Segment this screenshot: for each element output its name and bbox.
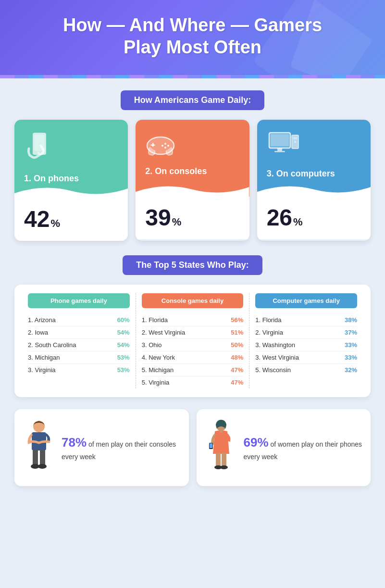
computer-card-bottom: 26 % (257, 197, 371, 239)
svg-rect-12 (277, 148, 282, 151)
table-row: 5. Wisconsin 32% (255, 364, 357, 376)
phone-card-top: 1. On phones (14, 120, 128, 198)
table-row: 3. Ohio 50% (142, 339, 244, 351)
section2-label: The Top 5 States Who Play: (123, 255, 262, 275)
phone-percent: 42 (24, 206, 50, 232)
phone-card: 1. On phones 42 % (14, 120, 128, 241)
console-card-bottom: 39 % (136, 197, 249, 239)
main-content: How Americans Game Daily: 1. On phones (0, 78, 385, 498)
gaming-cards-row: 1. On phones 42 % (14, 120, 371, 241)
phone-card-bottom: 42 % (14, 198, 128, 241)
table-row: 2. Virginia 37% (255, 326, 357, 339)
svg-point-16 (294, 141, 296, 143)
table-row: 1. Florida 38% (255, 314, 357, 326)
svg-point-6 (164, 143, 166, 145)
section1-label: How Americans Game Daily: (121, 90, 264, 110)
svg-rect-24 (220, 430, 223, 433)
phone-icon (24, 130, 53, 170)
states-table: Phone games daily 1. Arizona 60% 2. Iowa… (14, 285, 371, 397)
svg-rect-27 (216, 453, 221, 467)
console-icon (145, 130, 176, 163)
table-row: 1. Florida 56% (142, 314, 244, 326)
console-col-header: Console games daily (142, 293, 244, 308)
table-row: 4. New York 48% (142, 351, 244, 364)
svg-rect-19 (33, 450, 38, 466)
section1-label-container: How Americans Game Daily: (14, 90, 371, 110)
table-row: 2. South Carolina 54% (28, 339, 130, 351)
svg-point-7 (167, 145, 169, 147)
svg-point-9 (161, 145, 163, 147)
svg-rect-5 (151, 145, 155, 146)
women-percent: 69% (244, 435, 269, 450)
console-card-top: 2. On consoles (136, 120, 249, 197)
women-card: 69% of women play on their phones every … (197, 409, 371, 486)
svg-rect-20 (40, 450, 45, 466)
table-row: 3. West Virginia 33% (255, 351, 357, 364)
console-percent: 39 (145, 204, 171, 231)
table-row: 5. Michigan 47% (142, 364, 244, 376)
computer-percent-sym: % (293, 216, 303, 228)
console-column: Console games daily 1. Florida 56% 2. We… (136, 293, 250, 388)
states-grid: Phone games daily 1. Arizona 60% 2. Iowa… (22, 293, 363, 388)
svg-point-8 (164, 147, 166, 149)
table-row: 2. Iowa 54% (28, 326, 130, 339)
stripe-divider (0, 75, 385, 78)
phone-percent-sym: % (50, 217, 60, 230)
svg-rect-28 (222, 453, 226, 467)
men-card: 78% of men play on their consoles every … (14, 409, 189, 486)
computer-card-top: 3. On computers (257, 120, 371, 197)
svg-rect-15 (293, 137, 297, 139)
bottom-row: 78% of men play on their consoles every … (14, 409, 371, 486)
console-card: 2. On consoles 39 % (136, 120, 249, 241)
table-row: 5. Virginia 47% (142, 376, 244, 388)
svg-point-22 (38, 464, 47, 469)
computer-card-title: 3. On computers (267, 169, 335, 179)
man-figure (22, 418, 56, 477)
table-row: 3. Virginia 53% (28, 364, 130, 376)
computer-card: 3. On computers 26 % (257, 120, 371, 241)
table-row: 3. Washington 33% (255, 339, 357, 351)
phone-column: Phone games daily 1. Arizona 60% 2. Iowa… (22, 293, 136, 388)
computer-column: Computer games daily 1. Florida 38% 2. V… (249, 293, 363, 388)
phone-card-title: 1. On phones (24, 174, 79, 184)
computer-icon (267, 130, 300, 165)
computer-percent: 26 (267, 204, 292, 231)
svg-point-2 (37, 152, 39, 154)
page-header: How — And Where — Gamers Play Most Often (0, 0, 385, 75)
svg-rect-11 (271, 134, 289, 146)
table-row: 3. Michigan 53% (28, 351, 130, 364)
console-card-title: 2. On consoles (145, 166, 207, 176)
page-title: How — And Where — Gamers Play Most Often (19, 14, 366, 58)
women-stat-text: 69% of women play on their phones every … (244, 433, 363, 462)
phone-col-header: Phone games daily (28, 293, 130, 308)
men-percent: 78% (62, 435, 87, 450)
svg-point-30 (220, 465, 228, 469)
table-row: 1. Arizona 60% (28, 314, 130, 326)
men-stat-text: 78% of men play on their consoles every … (62, 433, 181, 462)
svg-rect-26 (210, 443, 212, 448)
table-row: 2. West Virginia 51% (142, 326, 244, 339)
computer-col-header: Computer games daily (255, 293, 357, 308)
woman-figure (204, 418, 238, 477)
console-percent-sym: % (172, 216, 182, 228)
section2-label-container: The Top 5 States Who Play: (14, 255, 371, 275)
svg-rect-13 (274, 151, 285, 152)
